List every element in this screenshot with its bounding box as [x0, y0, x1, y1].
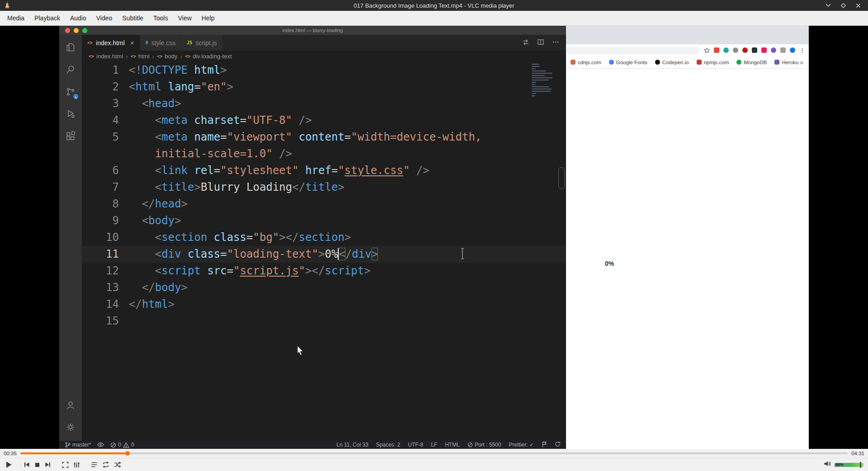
breadcrumb-item-div.loading-text[interactable]: <>div.loading-text	[185, 53, 232, 60]
playlist-button[interactable]	[91, 462, 98, 468]
code-line-3[interactable]: 3 <head>	[82, 95, 566, 112]
code-line-13[interactable]: 13 </body>	[82, 279, 566, 296]
volume-handle[interactable]	[860, 462, 861, 468]
code-line-15[interactable]: 15	[82, 313, 566, 330]
menu-item-subtitle[interactable]: Subtitle	[117, 11, 148, 25]
extension-icon-ext-6[interactable]	[761, 47, 767, 53]
more-actions-icon[interactable]	[552, 38, 559, 47]
code-line-6[interactable]: 6 <link rel="stylesheet" href="style.css…	[82, 162, 566, 179]
line-number[interactable]: 9	[82, 212, 129, 229]
code-line-1[interactable]: 1<!DOCTYPE html>	[82, 62, 566, 79]
extension-icon-ext-3[interactable]	[733, 47, 738, 53]
line-number[interactable]: 13	[82, 279, 129, 296]
tab-script.js[interactable]: JSscript.js	[181, 35, 223, 51]
minimap[interactable]	[532, 64, 556, 99]
tab-index.html[interactable]: <>index.html×	[82, 35, 140, 51]
account-icon[interactable]	[59, 394, 82, 416]
language-mode[interactable]: HTML	[445, 442, 460, 448]
indentation[interactable]: Spaces: 2	[376, 442, 400, 448]
macos-zoom-button[interactable]	[82, 28, 87, 33]
seek-slider[interactable]	[20, 452, 848, 454]
macos-close-button[interactable]	[65, 28, 70, 33]
live-server-port[interactable]: Port : 5500	[467, 442, 501, 448]
run-debug-icon[interactable]	[59, 103, 82, 125]
gitlens-eye-icon[interactable]	[97, 442, 104, 447]
flag-icon[interactable]	[542, 441, 547, 449]
code-line-2[interactable]: 2<html lang="en">	[82, 79, 566, 95]
bookmark-Heroku[interactable]: Heroku	[774, 60, 798, 65]
bookmarks-overflow-icon[interactable]: »	[800, 59, 803, 66]
sync-icon[interactable]	[555, 441, 561, 448]
extension-icon-ext-2[interactable]	[723, 47, 729, 53]
branch-indicator[interactable]: master*	[65, 442, 91, 448]
extension-icon-ext-8[interactable]	[780, 47, 786, 53]
cursor-position[interactable]: Ln 11, Col 33	[336, 442, 368, 448]
toggle-changes-icon[interactable]	[522, 38, 529, 47]
split-editor-icon[interactable]	[537, 38, 544, 47]
maximize-icon[interactable]	[841, 3, 846, 8]
bookmark-cdnjs.com[interactable]: cdnjs.com	[571, 60, 601, 65]
line-number[interactable]: 6	[82, 162, 129, 179]
stop-button[interactable]	[34, 462, 40, 468]
bookmark-npmjs.com[interactable]: npmjs.com	[697, 60, 729, 65]
code-line-14[interactable]: 14</html>	[82, 296, 566, 313]
tab-style.css[interactable]: #style.css	[140, 35, 182, 51]
extensions-icon[interactable]	[59, 125, 82, 147]
loop-button[interactable]	[102, 462, 109, 468]
extended-settings-button[interactable]	[73, 462, 80, 468]
next-button[interactable]	[45, 462, 51, 468]
problems-indicator[interactable]: 0 0	[110, 442, 134, 448]
encoding[interactable]: UTF-8	[408, 442, 423, 448]
bookmark-MongoDB[interactable]: MongoDB	[736, 60, 767, 65]
menu-item-video[interactable]: Video	[91, 11, 118, 25]
code-line-5[interactable]: 5 <meta name="viewport" content="width=d…	[82, 129, 566, 146]
code-line-12[interactable]: 12 <script src="script.js"></script>	[82, 263, 566, 279]
extension-icon-profile[interactable]	[790, 47, 795, 53]
breadcrumb-item-index.html[interactable]: <>index.html	[89, 53, 123, 60]
code-line-10[interactable]: 10 <section class="bg"></section>	[82, 229, 566, 246]
line-number[interactable]	[82, 146, 129, 162]
play-button[interactable]	[5, 461, 13, 469]
code-line-wrap[interactable]: initial-scale=1.0" />	[82, 146, 566, 162]
line-number[interactable]: 4	[82, 112, 129, 129]
bookmark-star-icon[interactable]	[704, 47, 710, 53]
line-number[interactable]: 3	[82, 95, 129, 112]
video-display[interactable]: index.html — blurry-loading	[0, 26, 868, 449]
explorer-icon[interactable]	[59, 36, 82, 58]
line-number[interactable]: 14	[82, 296, 129, 313]
line-number[interactable]: 7	[82, 179, 129, 196]
line-number[interactable]: 12	[82, 263, 129, 279]
line-number[interactable]: 5	[82, 129, 129, 146]
menu-item-audio[interactable]: Audio	[65, 11, 91, 25]
code-editor[interactable]: 1<!DOCTYPE html>2<html lang="en">3 <head…	[82, 62, 566, 441]
eol-indicator[interactable]: LF	[431, 442, 437, 448]
fullscreen-button[interactable]	[62, 462, 69, 468]
previous-button[interactable]	[24, 462, 30, 468]
line-number[interactable]: 8	[82, 196, 129, 212]
bookmark-Google Fonts[interactable]: Google Fonts	[609, 60, 647, 65]
search-icon[interactable]	[59, 58, 82, 80]
code-line-4[interactable]: 4 <meta charset="UTF-8" />	[82, 112, 566, 129]
menu-item-tools[interactable]: Tools	[148, 11, 173, 25]
volume-icon[interactable]	[824, 461, 831, 469]
bookmark-Codepen.io[interactable]: Codepen.io	[655, 60, 689, 65]
code-line-8[interactable]: 8 </head>	[82, 196, 566, 212]
volume-slider[interactable]: 90%	[835, 463, 863, 467]
code-line-11[interactable]: 11 <div class="loading-text">0%</div>	[82, 246, 566, 263]
shuffle-button[interactable]	[114, 462, 121, 468]
breadcrumb-item-html[interactable]: <>html	[131, 53, 150, 60]
breadcrumb-item-body[interactable]: <>body	[157, 53, 177, 60]
close-icon[interactable]	[856, 3, 861, 8]
source-control-icon[interactable]	[59, 80, 82, 103]
settings-gear-icon[interactable]	[59, 416, 82, 438]
menu-item-playback[interactable]: Playback	[29, 11, 65, 25]
address-bar[interactable]	[566, 47, 699, 54]
extension-icon-ext-4[interactable]	[742, 47, 748, 53]
code-line-7[interactable]: 7 <title>Blurry Loading</title>	[82, 179, 566, 196]
line-number[interactable]: 15	[82, 313, 129, 330]
code-line-9[interactable]: 9 <body>	[82, 212, 566, 229]
line-number[interactable]: 1	[82, 62, 129, 79]
extension-icon-ext-7[interactable]	[771, 47, 776, 53]
extension-icon-ext-1[interactable]	[714, 47, 719, 53]
line-number[interactable]: 10	[82, 229, 129, 246]
